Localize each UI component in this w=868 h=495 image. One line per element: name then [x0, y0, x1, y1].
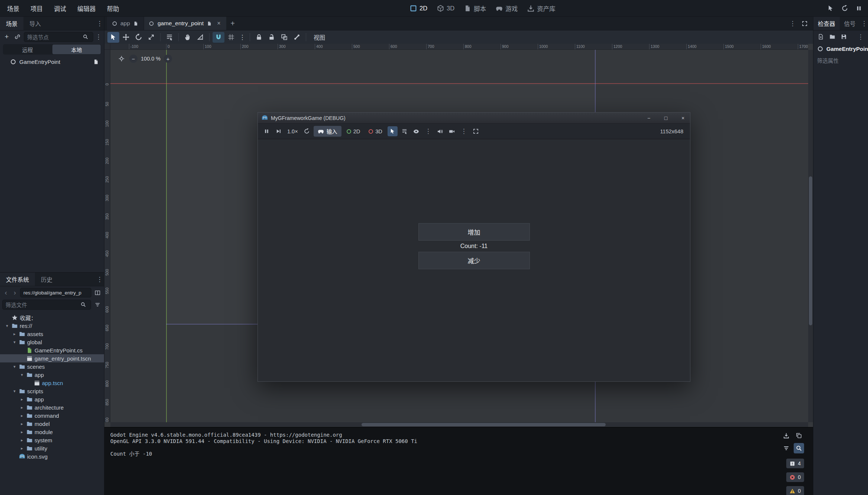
workspace-tab[interactable]: 3D [432, 0, 459, 17]
visibility-button[interactable] [411, 126, 421, 136]
workspace-tab[interactable]: 2D [405, 0, 432, 17]
inspected-node-row[interactable]: GameEntryPoint... [813, 43, 868, 54]
tab-import[interactable]: 导入 [23, 17, 47, 30]
expand-arrow[interactable]: ▸ [19, 438, 25, 443]
scene-tab-game-entry-point[interactable]: game_entry_point × [144, 17, 226, 30]
expand-arrow[interactable]: ▸ [19, 405, 25, 410]
scene-tree-root-node[interactable]: GameEntryPoint [0, 57, 104, 67]
skeleton-options-button[interactable] [291, 32, 303, 43]
view-menu-button[interactable]: 视图 [309, 32, 330, 43]
expand-arrow[interactable]: ▸ [19, 413, 25, 418]
zoom-in-button[interactable]: + [164, 55, 172, 63]
menu-item[interactable]: 帮助 [101, 0, 125, 17]
camera-override-button[interactable] [447, 126, 457, 136]
ruler-tool-button[interactable] [194, 32, 206, 43]
expand-arrow[interactable]: ▸ [19, 421, 25, 426]
file-tree-item[interactable]: ▾ global [0, 338, 104, 346]
move-tool-button[interactable] [120, 32, 132, 43]
center-view-button[interactable] [117, 54, 126, 63]
filter-files-input[interactable]: 筛选文件 [2, 300, 91, 310]
new-scene-tab-button[interactable]: + [227, 17, 239, 30]
menu-item[interactable]: 编辑器 [72, 0, 101, 17]
file-tree-item[interactable]: ▾ app [0, 371, 104, 379]
message-count-badge[interactable]: 4 [786, 459, 804, 468]
file-tree-item[interactable]: game_entry_point.tscn [0, 354, 104, 362]
smart-snap-button[interactable] [213, 32, 224, 43]
script-icon[interactable] [133, 20, 139, 27]
pause-game-button[interactable] [262, 126, 272, 136]
save-log-button[interactable] [781, 430, 791, 441]
expand-arrow[interactable]: ▸ [12, 332, 17, 336]
minimize-window-button[interactable]: − [642, 113, 656, 123]
select-tool-button[interactable] [107, 32, 119, 43]
warning-count-badge[interactable]: 0 [786, 486, 804, 495]
scene-dock-menu-icon[interactable]: ⋮ [95, 17, 104, 30]
add-node-button[interactable]: + [2, 32, 11, 41]
file-tree-item[interactable]: ▸ model [0, 420, 104, 428]
local-button[interactable]: 本地 [52, 45, 101, 54]
select-mode-icon-button[interactable] [825, 3, 836, 14]
grid-snap-button[interactable] [225, 32, 237, 43]
tab-inspector[interactable]: 检查器 [813, 17, 840, 30]
expand-arrow[interactable]: ▾ [12, 364, 17, 369]
error-count-badge[interactable]: 0 [786, 472, 804, 482]
collapse-duplicates-button[interactable] [781, 443, 791, 453]
tab-history[interactable]: 历史 [35, 273, 58, 286]
scale-tool-button[interactable] [145, 32, 157, 43]
embed-selection-list-button[interactable] [399, 126, 409, 136]
file-tree-item[interactable]: ▾ res:// [0, 322, 104, 330]
embed-select-mode-button[interactable] [388, 126, 398, 136]
expand-arrow[interactable]: ▾ [12, 389, 17, 394]
file-tree-item[interactable]: icon.svg [0, 452, 104, 460]
expand-viewport-icon[interactable] [800, 19, 809, 28]
rotate-tool-button[interactable] [133, 32, 145, 43]
group-node-button[interactable] [278, 32, 290, 43]
snap-options-icon[interactable]: ⋮ [238, 32, 247, 43]
expand-arrow[interactable]: ▾ [12, 340, 17, 345]
expand-arrow[interactable]: ▸ [19, 397, 25, 402]
scene-tab-app[interactable]: app [107, 17, 143, 30]
sort-files-icon[interactable] [93, 300, 102, 309]
file-tree-item[interactable]: ▸ architecture [0, 403, 104, 411]
restart-game-button[interactable] [302, 126, 312, 136]
speed-selector[interactable]: 1.0× [285, 128, 300, 134]
file-tree-item[interactable]: ▾ scripts [0, 387, 104, 395]
vertical-scrollbar-thumb[interactable] [809, 176, 812, 325]
file-tree-item[interactable]: ▸ system [0, 436, 104, 444]
horizontal-scrollbar[interactable] [110, 422, 808, 427]
tabbar-menu-icon[interactable]: ⋮ [788, 19, 797, 28]
search-log-button[interactable] [794, 443, 804, 453]
zoom-level-label[interactable]: 100.0 % [141, 56, 161, 62]
file-tree-item[interactable]: ▸ command [0, 411, 104, 420]
maximize-window-button[interactable]: □ [659, 113, 673, 123]
file-tree-item[interactable]: 收藏： [0, 313, 104, 322]
file-tree-item[interactable]: ▸ module [0, 428, 104, 436]
tab-filesystem[interactable]: 文件系统 [0, 273, 35, 286]
scene-tree-menu-icon[interactable]: ⋮ [95, 32, 102, 41]
debug-options-icon[interactable]: ⋮ [423, 126, 433, 136]
close-window-button[interactable]: × [676, 113, 690, 123]
filesystem-dock-menu-icon[interactable]: ⋮ [95, 273, 104, 286]
file-tree-item[interactable]: GameEntryPoint.cs [0, 346, 104, 354]
copy-log-button[interactable] [794, 430, 804, 441]
workspace-tab[interactable]: 资产库 [522, 0, 560, 17]
menu-item[interactable]: 项目 [25, 0, 48, 17]
input-toggle-button[interactable]: 输入 [314, 126, 341, 137]
selection-list-button[interactable] [163, 32, 175, 43]
remote-button[interactable]: 远程 [3, 45, 52, 54]
expand-arrow[interactable]: ▸ [19, 446, 25, 451]
script-icon[interactable] [206, 20, 213, 27]
lock-node-button[interactable] [253, 32, 265, 43]
pan-tool-button[interactable] [182, 32, 194, 43]
decrease-button[interactable]: 减少 [418, 252, 530, 269]
close-tab-icon[interactable]: × [216, 20, 222, 27]
file-tree-item[interactable]: app.tscn [0, 379, 104, 387]
expand-arrow[interactable]: ▸ [19, 430, 25, 434]
inspector-dock-menu-icon[interactable]: ⋮ [860, 17, 868, 30]
file-tree-item[interactable]: ▸ assets [0, 330, 104, 338]
save-resource-button[interactable] [839, 32, 848, 41]
current-path[interactable]: res://global/game_entry_p [20, 288, 91, 297]
pause-icon-button[interactable] [853, 3, 864, 14]
menu-item[interactable]: 场景 [1, 0, 25, 17]
workspace-tab[interactable]: 脚本 [459, 0, 491, 17]
